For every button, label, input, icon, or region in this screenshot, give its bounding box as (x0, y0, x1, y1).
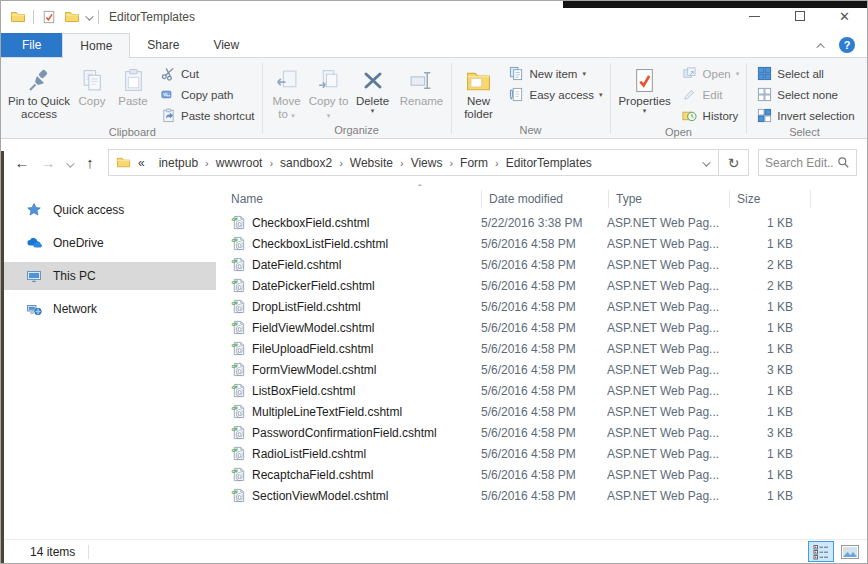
file-row[interactable]: @c#CheckboxField.cshtml5/22/2016 3:38 PM… (224, 212, 867, 233)
breadcrumb-overflow[interactable]: « (131, 156, 152, 170)
address-folder-icon (115, 155, 131, 171)
file-size: 1 KB (727, 342, 807, 356)
file-date-modified: 5/6/2016 4:58 PM (481, 468, 607, 482)
rename-button[interactable]: Rename (396, 61, 448, 110)
up-icon[interactable]: ↑ (77, 154, 103, 171)
sidebar-item-network[interactable]: Network (1, 295, 216, 323)
large-icons-view-icon (841, 545, 859, 559)
new-item-button[interactable]: New item ▾ (509, 64, 603, 83)
column-header-date-modified[interactable]: Date modified (482, 192, 608, 206)
dropdown-caret-icon: ▾ (291, 112, 295, 119)
file-row[interactable]: @c#ListBoxField.cshtml5/6/2016 4:58 PMAS… (224, 380, 867, 401)
breadcrumb-item[interactable]: EditorTemplates (499, 156, 599, 170)
history-button[interactable]: History (682, 106, 740, 125)
cshtml-file-icon: @c# (231, 362, 246, 377)
search-box[interactable]: Search Edit... (758, 149, 857, 176)
file-size: 1 KB (727, 447, 807, 461)
address-dropdown-chevron-icon[interactable] (702, 156, 712, 170)
recent-locations-chevron-icon[interactable] (61, 154, 77, 171)
help-icon[interactable]: ? (839, 37, 855, 53)
tab-home[interactable]: Home (62, 33, 130, 58)
svg-text:c#: c# (231, 279, 238, 285)
sidebar-item-onedrive[interactable]: OneDrive (1, 229, 216, 257)
file-type: ASP.NET Web Pag... (607, 321, 727, 335)
this-pc-icon (26, 268, 42, 284)
details-view-button[interactable] (808, 541, 834, 562)
select-all-button[interactable]: Select all (756, 64, 854, 83)
tab-file[interactable]: File (1, 33, 62, 57)
address-bar: ← → ↑ «inetpub›wwwroot›sandbox2›Website›… (1, 139, 867, 186)
breadcrumb-item[interactable]: Website (343, 156, 400, 170)
new-item-icon (509, 66, 525, 82)
pin-to-quick-access-button[interactable]: Pin to Quick access (6, 61, 72, 123)
status-bar: 14 items (1, 539, 867, 563)
column-header-type[interactable]: Type (609, 192, 729, 206)
toolbar-customize-chevron-icon[interactable] (85, 10, 91, 24)
file-row[interactable]: @c#MultipleLineTextField.cshtml5/6/2016 … (224, 401, 867, 422)
file-type: ASP.NET Web Pag... (607, 342, 727, 356)
move-to-button[interactable]: Move to ▾ (266, 61, 308, 123)
file-name: MultipleLineTextField.cshtml (252, 405, 402, 419)
file-row[interactable]: @c#FieldViewModel.cshtml5/6/2016 4:58 PM… (224, 317, 867, 338)
dropdown-caret-icon: ▾ (736, 71, 740, 76)
collapse-ribbon-chevron-icon[interactable] (819, 38, 825, 52)
paste-button[interactable]: Paste (112, 61, 154, 110)
column-divider[interactable] (810, 190, 811, 208)
file-date-modified: 5/6/2016 4:58 PM (481, 258, 607, 272)
column-header-size[interactable]: Size (730, 192, 810, 206)
breadcrumb-item[interactable]: sandbox2 (273, 156, 339, 170)
file-row[interactable]: @c#FileUploadField.cshtml5/6/2016 4:58 P… (224, 338, 867, 359)
file-row[interactable]: @c#RadioListField.cshtml5/6/2016 4:58 PM… (224, 443, 867, 464)
file-row[interactable]: @c#DropListField.cshtml5/6/2016 4:58 PMA… (224, 296, 867, 317)
invert-selection-button[interactable]: Invert selection (756, 106, 854, 125)
breadcrumb-item[interactable]: inetpub (152, 156, 205, 170)
file-row[interactable]: @c#CheckboxListField.cshtml5/6/2016 4:58… (224, 233, 867, 254)
column-header-name[interactable]: Name (224, 192, 481, 206)
forward-icon[interactable]: → (35, 154, 61, 171)
sidebar-item-this-pc[interactable]: This PC (1, 262, 216, 290)
cshtml-file-icon: @c# (231, 215, 246, 230)
cut-label: Cut (181, 68, 199, 80)
cut-button[interactable]: Cut (160, 64, 255, 83)
file-row[interactable]: @c#PasswordConfirmationField.cshtml5/6/2… (224, 422, 867, 443)
file-name-cell: @c#FormViewModel.cshtml (224, 362, 481, 377)
file-row[interactable]: @c#DateField.cshtml5/6/2016 4:58 PMASP.N… (224, 254, 867, 275)
file-row[interactable]: @c#FormViewModel.cshtml5/6/2016 4:58 PMA… (224, 359, 867, 380)
sidebar-item-quick-access[interactable]: Quick access (1, 196, 216, 224)
easy-access-button[interactable]: Easy access ▾ (509, 85, 603, 104)
select-none-button[interactable]: Select none (756, 85, 854, 104)
file-row[interactable]: @c#DatePickerField.cshtml5/6/2016 4:58 P… (224, 275, 867, 296)
properties-button[interactable]: Properties ▾ (614, 61, 676, 115)
cshtml-file-icon: @c# (231, 257, 246, 272)
folder-icon[interactable] (10, 9, 26, 25)
file-row[interactable]: @c#SectionViewModel.cshtml5/6/2016 4:58 … (224, 485, 867, 506)
paste-shortcut-button[interactable]: Paste shortcut (160, 106, 255, 125)
edit-button[interactable]: Edit (682, 85, 740, 104)
tab-view[interactable]: View (196, 33, 256, 57)
breadcrumb-item[interactable]: wwwroot (209, 156, 270, 170)
network-icon (26, 301, 42, 317)
cut-icon (160, 66, 176, 82)
new-folder-button[interactable]: New folder (455, 61, 503, 123)
refresh-button[interactable]: ↻ (719, 149, 749, 176)
tab-share[interactable]: Share (130, 33, 196, 57)
file-type: ASP.NET Web Pag... (607, 447, 727, 461)
invert-selection-icon (756, 108, 772, 124)
copy-to-label: Copy to (309, 95, 349, 107)
file-row[interactable]: @c#RecaptchaField.cshtml5/6/2016 4:58 PM… (224, 464, 867, 485)
large-icons-view-button[interactable] (837, 541, 863, 562)
address-box[interactable]: «inetpub›wwwroot›sandbox2›Website›Views›… (108, 149, 719, 176)
properties-quick-icon[interactable] (41, 9, 57, 25)
svg-text:c#: c# (231, 342, 238, 348)
copy-to-button[interactable]: Copy to ▾ (308, 61, 350, 123)
breadcrumb-item[interactable]: Views (404, 156, 450, 170)
new-folder-quick-icon[interactable] (64, 9, 80, 25)
delete-button[interactable]: Delete ▾ (350, 61, 396, 115)
copy-button[interactable]: Copy (72, 61, 112, 110)
back-icon[interactable]: ← (9, 154, 35, 171)
new-folder-icon (465, 63, 492, 93)
background-window-strip-top (563, 1, 867, 8)
breadcrumb-item[interactable]: Form (453, 156, 495, 170)
open-button[interactable]: Open ▾ (682, 64, 740, 83)
copy-path-button[interactable]: w Copy path (160, 85, 255, 104)
